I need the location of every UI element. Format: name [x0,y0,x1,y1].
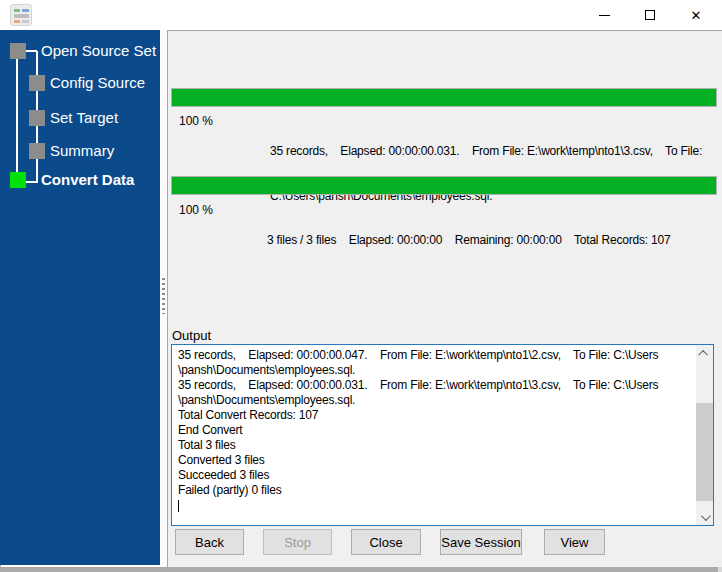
sidebar-item-set-target[interactable]: Set Target [50,110,118,126]
chevron-down-icon [701,511,711,521]
window-bottom-border-end [718,567,722,572]
scroll-down-button[interactable] [696,509,713,525]
overall-progress-detail: 3 files / 3 files Elapsed: 00:00:00 Rema… [267,203,715,278]
output-log[interactable]: 35 records, Elapsed: 00:00:00.047. From … [171,344,714,526]
scrollbar-thumb[interactable] [696,403,713,501]
splitter-grip-icon [162,278,165,314]
step-square-set-target[interactable] [29,110,45,126]
view-button[interactable]: View [544,529,605,555]
sidebar-item-open-source-set[interactable]: Open Source Set [41,43,156,59]
close-button[interactable]: ✕ [673,0,719,30]
file-progress-fill [172,89,716,106]
overall-progress-percent: 100 % [179,203,213,217]
output-label: Output [172,328,211,343]
close-dialog-button[interactable]: Close [351,529,421,555]
tree-connector-line [26,50,37,52]
window-bottom-border [0,567,718,572]
scrollbar-track[interactable] [696,361,713,509]
save-session-button[interactable]: Save Session [440,529,522,555]
caption-buttons: ✕ [581,0,719,30]
wizard-sidebar: Open Source Set Config Source Set Target… [0,30,160,565]
app-icon [10,4,32,26]
convert-panel: 100 % 35 records, Elapsed: 00:00:00.031.… [167,30,722,568]
back-button[interactable]: Back [175,529,244,555]
close-icon: ✕ [691,9,702,22]
text-cursor [178,500,179,512]
overall-progress-bar [171,176,717,195]
output-scrollbar[interactable] [696,345,713,525]
step-square-summary[interactable] [29,143,45,159]
step-square-config-source[interactable] [29,75,45,91]
maximize-button[interactable] [627,0,673,30]
sidebar-item-config-source[interactable]: Config Source [50,75,145,91]
file-progress-bar [171,88,717,107]
sidebar-item-convert-data[interactable]: Convert Data [41,172,134,188]
maximize-icon [645,10,655,20]
output-log-text: 35 records, Elapsed: 00:00:00.047. From … [172,345,696,525]
stop-button: Stop [263,529,332,555]
title-bar[interactable]: ✕ [0,0,722,30]
scroll-up-button[interactable] [696,345,713,361]
app-window: ✕ Open Source Set Config Source Set Targ… [0,0,722,572]
tree-connector-line [16,59,18,173]
file-progress-percent: 100 % [179,114,213,128]
step-square-convert-data-active[interactable] [10,172,26,188]
minimize-icon [599,15,610,16]
minimize-button[interactable] [581,0,627,30]
sidebar-item-summary[interactable]: Summary [50,143,114,159]
overall-progress-fill [172,177,716,194]
step-square-open-source-set[interactable] [10,43,26,59]
chevron-up-icon [698,349,708,359]
panel-splitter[interactable] [160,30,167,568]
tree-connector-line [26,181,37,183]
